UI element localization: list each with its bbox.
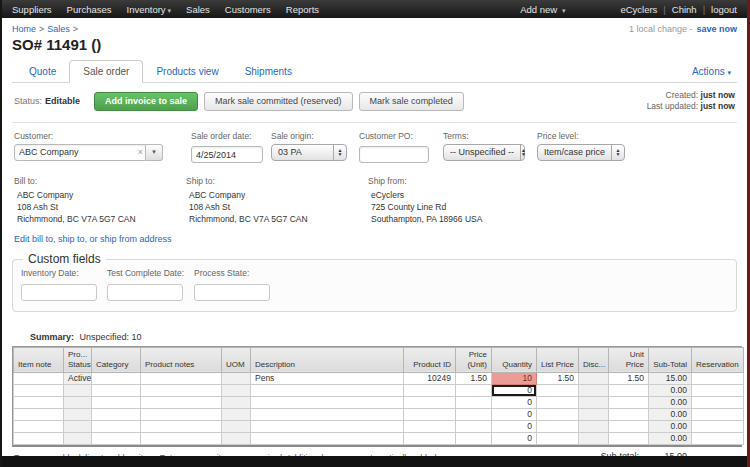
cell-price_unit[interactable]	[456, 432, 492, 444]
cell-subtotal[interactable]: 15.00	[649, 372, 692, 384]
cell-category[interactable]	[92, 420, 141, 432]
cell-disc[interactable]	[579, 408, 609, 420]
cell-subtotal[interactable]: 0.00	[649, 432, 692, 444]
cell-unit_price[interactable]	[609, 384, 649, 396]
cell-uom[interactable]	[222, 408, 251, 420]
customer-input[interactable]	[14, 144, 146, 161]
cell-description[interactable]	[251, 408, 404, 420]
cell-uom[interactable]	[222, 420, 251, 432]
cell-status[interactable]	[64, 396, 92, 408]
actions-menu-button[interactable]: Actions ▾	[690, 61, 733, 82]
cell-item_note[interactable]	[14, 372, 64, 384]
clear-icon[interactable]: ×	[138, 147, 143, 157]
cell-status[interactable]: Active	[64, 372, 92, 384]
cell-description[interactable]	[251, 420, 404, 432]
cell-quantity[interactable]: 0	[492, 432, 537, 444]
nav-item-suppliers[interactable]: Suppliers	[12, 4, 52, 15]
process-state-input[interactable]	[194, 284, 270, 301]
nav-item-purchases[interactable]: Purchases	[67, 4, 112, 15]
cell-reservation[interactable]	[692, 408, 744, 420]
inventory-date-input[interactable]	[21, 284, 97, 301]
cell-list_price[interactable]: 1.50	[537, 372, 579, 384]
cell-uom[interactable]	[222, 384, 251, 396]
cell-uom[interactable]	[222, 432, 251, 444]
cell-unit_price[interactable]: 1.50	[609, 372, 649, 384]
cell-status[interactable]	[64, 432, 92, 444]
cell-reservation[interactable]	[692, 432, 744, 444]
cell-disc[interactable]	[579, 420, 609, 432]
tab-sale-order[interactable]: Sale order	[69, 60, 143, 83]
cell-price_unit[interactable]: 1.50	[456, 372, 492, 384]
cell-category[interactable]	[92, 396, 141, 408]
mark-completed-button[interactable]: Mark sale completed	[359, 92, 464, 111]
cell-reservation[interactable]	[692, 384, 744, 396]
cell-subtotal[interactable]: 0.00	[649, 420, 692, 432]
cell-item_note[interactable]	[14, 396, 64, 408]
cell-quantity[interactable]: 0	[492, 408, 537, 420]
edit-addresses-link[interactable]: Edit bill to, ship to, or ship from addr…	[14, 234, 172, 244]
cell-status[interactable]	[64, 420, 92, 432]
cell-price_unit[interactable]	[456, 384, 492, 396]
cell-description[interactable]	[251, 432, 404, 444]
cell-reservation[interactable]	[692, 396, 744, 408]
cell-product_id[interactable]	[404, 396, 456, 408]
user-link[interactable]: Chinh	[672, 4, 697, 15]
nav-item-customers[interactable]: Customers	[225, 4, 271, 15]
cell-uom[interactable]	[222, 396, 251, 408]
cell-product_id[interactable]	[404, 432, 456, 444]
cell-product_id[interactable]	[404, 420, 456, 432]
add-new-button[interactable]: Add new ▾	[520, 4, 565, 15]
cell-disc[interactable]	[579, 432, 609, 444]
price-level-select[interactable]: Item/case price ▲▼	[537, 144, 625, 161]
cell-description[interactable]: Pens	[251, 372, 404, 384]
nav-item-inventory[interactable]: Inventory▾	[127, 4, 172, 15]
cell-reservation[interactable]	[692, 420, 744, 432]
cell-item_note[interactable]	[14, 432, 64, 444]
cell-product_id[interactable]: 10249	[404, 372, 456, 384]
cell-product_notes[interactable]	[141, 432, 222, 444]
cell-category[interactable]	[92, 432, 141, 444]
cell-price_unit[interactable]	[456, 396, 492, 408]
cell-product_notes[interactable]	[141, 396, 222, 408]
cell-status[interactable]	[64, 408, 92, 420]
add-invoice-button[interactable]: Add invoice to sale	[94, 92, 198, 111]
save-now-link[interactable]: save now	[696, 24, 737, 34]
cell-list_price[interactable]	[537, 408, 579, 420]
tab-shipments[interactable]: Shipments	[232, 61, 305, 82]
cell-reservation[interactable]	[692, 372, 744, 384]
nav-item-reports[interactable]: Reports	[286, 4, 319, 15]
terms-select[interactable]: -- Unspecified -- ▲▼	[443, 144, 525, 161]
cell-product_id[interactable]	[404, 384, 456, 396]
sale-origin-select[interactable]: 03 PA ▲▼	[271, 144, 347, 161]
cell-product_id[interactable]	[404, 408, 456, 420]
company-link[interactable]: eCyclers	[620, 4, 657, 15]
cell-price_unit[interactable]	[456, 408, 492, 420]
cell-description[interactable]	[251, 384, 404, 396]
cell-product_notes[interactable]	[141, 372, 222, 384]
sale-order-date-input[interactable]	[191, 146, 263, 163]
cell-category[interactable]	[92, 408, 141, 420]
cell-subtotal[interactable]: 0.00	[649, 396, 692, 408]
cell-unit_price[interactable]	[609, 396, 649, 408]
cell-list_price[interactable]	[537, 396, 579, 408]
breadcrumb-home-link[interactable]: Home	[12, 24, 36, 34]
cell-price_unit[interactable]	[456, 420, 492, 432]
mark-committed-button[interactable]: Mark sale committed (reserved)	[204, 92, 353, 111]
cell-disc[interactable]	[579, 372, 609, 384]
cell-uom[interactable]	[222, 372, 251, 384]
cell-list_price[interactable]	[537, 384, 579, 396]
test-complete-date-input[interactable]	[107, 284, 183, 301]
cell-list_price[interactable]	[537, 432, 579, 444]
cell-quantity[interactable]: 0	[492, 396, 537, 408]
cell-quantity[interactable]: 0	[492, 384, 537, 396]
cell-list_price[interactable]	[537, 420, 579, 432]
cell-subtotal[interactable]: 0.00	[649, 408, 692, 420]
cell-category[interactable]	[92, 384, 141, 396]
nav-item-sales[interactable]: Sales	[186, 4, 210, 15]
customer-dropdown-button[interactable]: ▾	[146, 144, 163, 161]
cell-product_notes[interactable]	[141, 408, 222, 420]
cell-description[interactable]	[251, 396, 404, 408]
breadcrumb-sales-link[interactable]: Sales	[47, 24, 70, 34]
logout-link[interactable]: logout	[711, 4, 737, 15]
cell-category[interactable]	[92, 372, 141, 384]
